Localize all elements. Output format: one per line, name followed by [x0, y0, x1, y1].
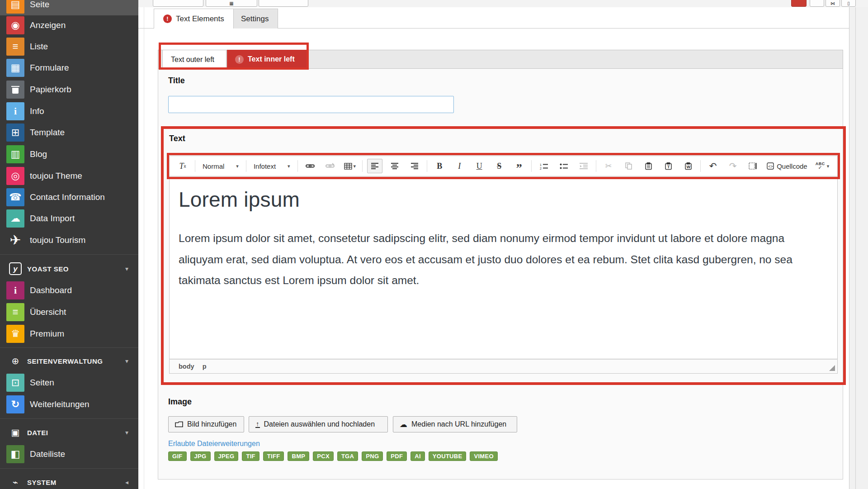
- align-right-icon[interactable]: [407, 159, 422, 173]
- toolbar-separator: [531, 160, 532, 172]
- sidebar-item-blog[interactable]: ▥ Blog: [0, 143, 138, 165]
- chevron-down-icon: ▾: [125, 265, 128, 272]
- paste-icon[interactable]: [641, 159, 656, 173]
- sidebar-item-seite[interactable]: ▤ Seite: [0, 0, 138, 15]
- docheader-button-columns[interactable]: [259, 0, 308, 7]
- sidebar-item-contact-information[interactable]: ☎ Contact Information: [0, 186, 138, 208]
- svg-text:<>: <>: [768, 164, 773, 169]
- sidebar-item-label: Weiterleitungen: [30, 399, 90, 409]
- sidebar-item-dashboard[interactable]: i Dashboard: [0, 280, 138, 301]
- docheader-button[interactable]: [153, 0, 203, 7]
- sidebar-item-seiten[interactable]: ⊡ Seiten: [0, 372, 138, 394]
- rte-editing-area[interactable]: Lorem ipsum Lorem ipsum dolor sit amet, …: [169, 176, 838, 359]
- extension-badges: GIF JPG JPEG TIF TIFF BMP PCX TGA PNG PD…: [168, 451, 498, 461]
- add-image-button[interactable]: Bild hinzufügen: [168, 416, 244, 432]
- sidebar-item-papierkorb[interactable]: Papierkorb: [0, 79, 138, 100]
- tab-text-inner-left[interactable]: ! Text inner left: [227, 50, 308, 69]
- trophy-icon: ♛: [6, 325, 24, 343]
- toolbar-separator: [427, 160, 427, 172]
- ordered-list-icon[interactable]: 12: [536, 159, 552, 173]
- svg-text:2: 2: [540, 166, 542, 170]
- chevron-left-icon: ◂: [125, 479, 128, 486]
- module-sidebar: ▤ Seite ◉ Anzeigen ≡ Liste ▦ Formulare P…: [0, 0, 138, 489]
- paste-plain-text-icon[interactable]: T: [660, 159, 676, 173]
- redo-icon[interactable]: ↷: [725, 159, 741, 173]
- sidebar-item-data-import[interactable]: ☁ Data Import: [0, 208, 138, 229]
- extension-badge: JPEG: [214, 451, 239, 461]
- docheader-button[interactable]: [810, 0, 824, 7]
- path-body[interactable]: body: [179, 363, 194, 370]
- extension-badge: TIF: [242, 451, 259, 461]
- extension-badge: PNG: [362, 451, 383, 461]
- style-dropdown[interactable]: Infotext ▾: [251, 159, 293, 173]
- sidebar-item-info[interactable]: i Info: [0, 100, 138, 122]
- rich-text-editor: Tx Normal ▾ Infotext ▾: [169, 156, 838, 374]
- undo-icon[interactable]: ↶: [705, 159, 721, 173]
- align-left-icon[interactable]: [367, 159, 382, 173]
- format-dropdown[interactable]: Normal ▾: [200, 159, 241, 173]
- bold-icon[interactable]: B: [432, 159, 447, 173]
- allowed-extensions-link[interactable]: Erlaubte Dateierweiterungen: [168, 440, 260, 448]
- sidebar-item-template[interactable]: ⊞ Template: [0, 122, 138, 143]
- trash-icon: [6, 81, 24, 99]
- scroll-strip-line: [855, 7, 856, 489]
- add-media-by-url-button[interactable]: ☁ Medien nach URL hinzufügen: [393, 416, 517, 432]
- docheader-button-view[interactable]: ▦: [206, 0, 257, 7]
- toolbar-separator: [195, 160, 195, 172]
- remove-format-icon[interactable]: Tx: [175, 159, 190, 173]
- spell-check-dropdown[interactable]: ABC ✓ ▾: [814, 159, 831, 173]
- source-code-button[interactable]: <> Quellcode: [765, 159, 809, 173]
- cut-icon[interactable]: ✂: [601, 159, 616, 173]
- blog-icon: ▥: [6, 145, 24, 163]
- sidebar-section-yoast-seo[interactable]: y YOAST SEO ▾: [0, 258, 138, 280]
- info-icon: i: [6, 281, 24, 299]
- sidebar-item-premium[interactable]: ♛ Premium: [0, 323, 138, 345]
- align-center-icon[interactable]: [387, 159, 402, 173]
- copy-icon[interactable]: [621, 159, 636, 173]
- paste-from-word-icon[interactable]: W: [680, 159, 696, 173]
- sidebar-item-toujou-theme[interactable]: ◎ toujou Theme: [0, 165, 138, 187]
- underline-icon[interactable]: U: [472, 159, 487, 173]
- rte-toolbar: Tx Normal ▾ Infotext ▾: [169, 156, 838, 176]
- sidebar-item-anzeigen[interactable]: ◉ Anzeigen: [0, 14, 138, 36]
- sidebar-item-toujou-tourism[interactable]: ✈ toujou Tourism: [0, 229, 138, 251]
- sidebar-item-formulare[interactable]: ▦ Formulare: [0, 57, 138, 79]
- toolbar-separator: [297, 160, 298, 172]
- sidebar-section-datei[interactable]: ▣ DATEI ▾: [0, 422, 138, 443]
- sidebar-section-seitenverwaltung[interactable]: ⊕ SEITENVERWALTUNG ▾: [0, 350, 138, 372]
- sidebar-item-uebersicht[interactable]: ≡ Übersicht: [0, 301, 138, 323]
- tab-text-outer-left[interactable]: Text outer left: [162, 50, 226, 69]
- unordered-list-icon[interactable]: [556, 159, 571, 173]
- docheader-bookmark-button[interactable]: ⋈: [826, 0, 840, 7]
- page-icon: ▤: [6, 0, 24, 14]
- sidebar-section-system[interactable]: ⌁ SYSTEM ◂: [0, 471, 138, 489]
- toolbar-separator: [700, 160, 701, 172]
- sidebar-item-liste[interactable]: ≡ Liste: [0, 36, 138, 57]
- table-icon[interactable]: ▾: [342, 159, 358, 173]
- title-input[interactable]: [168, 96, 454, 113]
- upload-files-button[interactable]: ↑ Dateien auswählen und hochladen: [249, 416, 388, 432]
- show-blocks-icon[interactable]: [745, 159, 760, 173]
- unlink-icon[interactable]: [322, 159, 338, 173]
- yoast-icon: y: [9, 260, 22, 278]
- content-area: ! Text Elements Settings Text outer left…: [138, 7, 849, 489]
- extension-badge: BMP: [288, 451, 309, 461]
- resize-grip[interactable]: [829, 365, 835, 371]
- template-icon: ⊞: [6, 123, 24, 142]
- sidebar-item-label: Info: [30, 106, 44, 116]
- blockquote-icon[interactable]: ”: [511, 157, 527, 176]
- italic-icon[interactable]: I: [452, 159, 467, 173]
- tab-label: Settings: [241, 14, 269, 24]
- right-scroll-strip[interactable]: [849, 7, 868, 489]
- sidebar-item-weiterleitungen[interactable]: ↻ Weiterleitungen: [0, 394, 138, 415]
- strikethrough-icon[interactable]: S: [491, 159, 507, 173]
- docheader-delete-button[interactable]: [791, 0, 807, 7]
- outdent-icon[interactable]: [576, 159, 591, 173]
- docheader-button[interactable]: ▯: [841, 0, 856, 7]
- tab-text-elements[interactable]: ! Text Elements: [154, 9, 234, 28]
- typo3-backend-window: ▤ Seite ◉ Anzeigen ≡ Liste ▦ Formulare P…: [0, 0, 868, 489]
- link-icon[interactable]: [302, 159, 318, 173]
- sidebar-item-dateiliste[interactable]: ◧ Dateiliste: [0, 443, 138, 465]
- tab-settings[interactable]: Settings: [231, 9, 278, 28]
- path-p[interactable]: p: [203, 363, 207, 370]
